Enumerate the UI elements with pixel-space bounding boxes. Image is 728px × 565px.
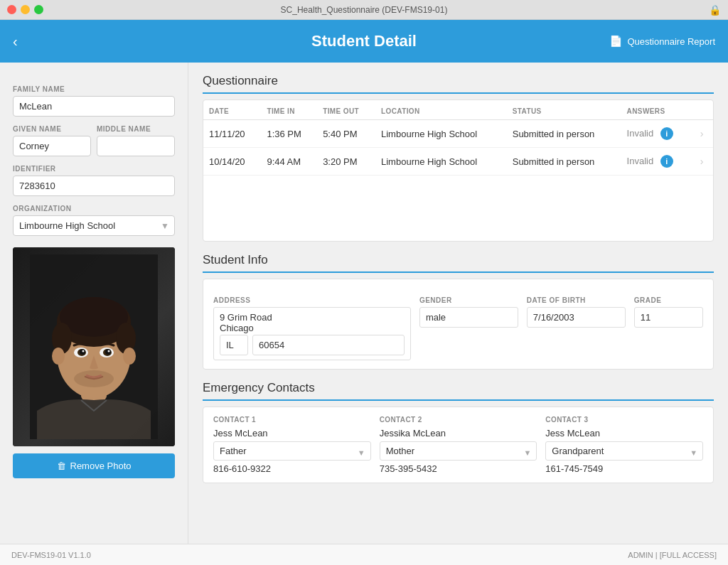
address-box: 9 Grim Road Chicago IL 60654 (213, 307, 411, 360)
header: ‹ Student Detail 📄 Questionnaire Report (0, 20, 728, 63)
cell-arrow: › (692, 148, 713, 176)
report-doc-icon: 📄 (609, 35, 623, 48)
grade-field: GRADE 11 (634, 288, 703, 328)
family-name-input[interactable] (13, 96, 175, 117)
cell-date: 10/14/20 (203, 148, 261, 176)
grade-value: 11 (634, 307, 703, 328)
col-time-in: TIME IN (261, 103, 317, 120)
dob-label: DATE OF BIRTH (527, 296, 626, 304)
footer: DEV-FMS19-01 V1.1.0 ADMIN | [FULL ACCESS… (0, 544, 728, 565)
svg-point-18 (108, 350, 110, 353)
address-line1: 9 Grim Road (220, 312, 405, 323)
gender-value: male (419, 307, 518, 328)
title-bar: SC_Health_Questionnaire (DEV-FMS19-01) 🔒 (0, 0, 728, 20)
contact-relation-select[interactable]: Father (213, 441, 371, 461)
cell-location: Limbourne High School (375, 148, 507, 176)
svg-point-9 (52, 348, 65, 365)
emergency-contacts-wrap: CONTACT 1 Jess McLean Father ▼ 816-610-9… (203, 407, 714, 483)
student-photo (13, 247, 175, 446)
col-date: DATE (203, 103, 261, 120)
contact-phone: 161-745-7549 (545, 463, 703, 474)
minimize-button[interactable] (21, 5, 30, 14)
student-photo-svg (30, 254, 158, 439)
organization-chevron-icon: ▼ (161, 221, 169, 231)
footer-user: ADMIN | [FULL ACCESS] (628, 551, 717, 559)
cell-time-in: 9:44 AM (261, 148, 317, 176)
table-row[interactable]: 10/14/20 9:44 AM 3:20 PM Limbourne High … (203, 148, 713, 176)
emergency-contacts-section-title: Emergency Contacts (203, 381, 714, 401)
trash-icon: 🗑 (57, 461, 66, 471)
middle-name-input[interactable] (97, 136, 175, 156)
address-state: IL (220, 335, 248, 355)
back-button[interactable]: ‹ (13, 33, 18, 50)
dob-field: DATE OF BIRTH 7/16/2003 (527, 288, 626, 328)
address-line2: IL 60654 (220, 335, 405, 355)
gender-field: GENDER male (419, 288, 518, 328)
address-label: ADDRESS (213, 296, 411, 304)
contact-col-3: CONTACT 3 Jess McLean Grandparent ▼ 161-… (545, 416, 703, 474)
questionnaire-table-header: DATE TIME IN TIME OUT LOCATION STATUS AN… (203, 103, 713, 120)
identifier-input[interactable] (13, 176, 175, 196)
col-time-out: TIME OUT (317, 103, 375, 120)
contact-relation-wrap: Mother ▼ (380, 441, 537, 463)
dob-value: 7/16/2003 (527, 307, 626, 328)
cell-time-in: 1:36 PM (261, 120, 317, 148)
contact-col-1: CONTACT 1 Jess McLean Father ▼ 816-610-9… (213, 416, 371, 474)
svg-point-10 (123, 348, 136, 365)
info-icon[interactable]: i (660, 127, 673, 140)
remove-photo-label: Remove Photo (70, 461, 132, 471)
photo-placeholder (13, 247, 175, 446)
student-info-fields: ADDRESS 9 Grim Road Chicago IL 60654 GEN… (213, 288, 703, 360)
grade-label: GRADE (634, 296, 703, 304)
col-status: STATUS (507, 103, 621, 120)
main-layout: FAMILY NAME GIVEN NAME MIDDLE NAME IDENT… (0, 63, 728, 544)
remove-photo-button[interactable]: 🗑 Remove Photo (13, 453, 175, 478)
organization-select-wrap: ▼ (13, 215, 175, 236)
table-row[interactable]: 11/11/20 1:36 PM 5:40 PM Limbourne High … (203, 120, 713, 148)
address-zip: 60654 (252, 335, 405, 355)
contact-label: CONTACT 2 (380, 416, 537, 424)
traffic-lights (7, 5, 43, 14)
info-icon[interactable]: i (660, 155, 673, 168)
organization-input[interactable] (13, 215, 175, 236)
window-title: SC_Health_Questionnaire (DEV-FMS19-01) (281, 5, 448, 15)
col-location: LOCATION (375, 103, 507, 120)
questionnaire-table-wrap: DATE TIME IN TIME OUT LOCATION STATUS AN… (203, 99, 714, 242)
contact-name: Jess McLean (545, 428, 703, 438)
address-field: ADDRESS 9 Grim Road Chicago IL 60654 (213, 288, 411, 360)
contact-label: CONTACT 3 (545, 416, 703, 424)
lock-icon: 🔒 (709, 4, 721, 16)
svg-point-17 (82, 350, 85, 353)
given-name-input[interactable] (13, 136, 91, 156)
contacts-row: CONTACT 1 Jess McLean Father ▼ 816-610-9… (213, 416, 703, 474)
cell-answers: Invalid i (621, 120, 692, 148)
page-title: Student Detail (311, 32, 417, 50)
svg-point-19 (74, 370, 114, 387)
student-info-section-title: Student Info (203, 253, 714, 273)
questionnaire-table: DATE TIME IN TIME OUT LOCATION STATUS AN… (203, 103, 713, 176)
questionnaire-table-body: 11/11/20 1:36 PM 5:40 PM Limbourne High … (203, 120, 713, 176)
questionnaire-section-title: Questionnaire (203, 74, 714, 94)
organization-label: ORGANIZATION (13, 205, 175, 212)
contact-phone: 816-610-9322 (213, 463, 371, 474)
contact-relation-wrap: Father ▼ (213, 441, 371, 463)
footer-version: DEV-FMS19-01 V1.1.0 (11, 551, 91, 559)
contact-relation-select[interactable]: Grandparent (545, 441, 703, 461)
questionnaire-report-button[interactable]: 📄 Questionnaire Report (609, 35, 715, 48)
report-button-label: Questionnaire Report (627, 36, 715, 47)
maximize-button[interactable] (34, 5, 43, 14)
cell-answers: Invalid i (621, 148, 692, 176)
contact-relation-select[interactable]: Mother (380, 441, 537, 461)
cell-time-out: 5:40 PM (317, 120, 375, 148)
contact-relation-wrap: Grandparent ▼ (545, 441, 703, 463)
given-name-label: GIVEN NAME (13, 125, 91, 133)
cell-arrow: › (692, 120, 713, 148)
gender-label: GENDER (419, 296, 518, 304)
address-city: Chicago (220, 323, 405, 333)
cell-status: Submitted in person (507, 148, 621, 176)
middle-name-label: MIDDLE NAME (97, 125, 175, 133)
cell-date: 11/11/20 (203, 120, 261, 148)
close-button[interactable] (7, 5, 16, 14)
student-info-wrap: ADDRESS 9 Grim Road Chicago IL 60654 GEN… (203, 279, 714, 370)
col-answers: ANSWERS (621, 103, 692, 120)
